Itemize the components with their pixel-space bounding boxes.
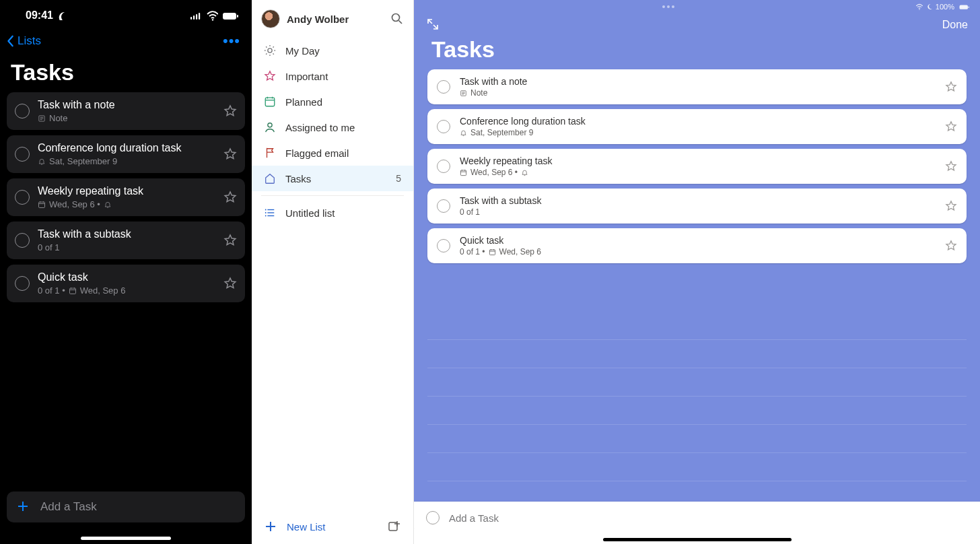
- task-circle-icon: [426, 511, 440, 524]
- star-icon[interactable]: [223, 191, 237, 204]
- drag-handle-icon[interactable]: [662, 5, 674, 8]
- sun-icon: [264, 44, 276, 57]
- sidebar-panel: Andy Wolber My Day Important Planned: [252, 0, 414, 544]
- sidebar-item-label: Untitled list: [285, 207, 335, 219]
- add-task-button[interactable]: Add a Task: [7, 491, 245, 522]
- more-icon: •••: [223, 32, 240, 50]
- task-row[interactable]: Quick task 0 of 1 • Wed, Sep 6: [427, 228, 967, 263]
- calendar-icon: [264, 96, 276, 108]
- sidebar-item-planned[interactable]: Planned: [252, 89, 413, 114]
- bell-icon: [521, 169, 528, 176]
- task-row[interactable]: Task with a note Note: [7, 92, 245, 130]
- person-icon: [264, 121, 276, 133]
- task-title: Task with a subtask: [38, 228, 215, 240]
- task-sub-text: Wed, Sep 6 •: [470, 168, 518, 177]
- task-row[interactable]: Quick task 0 of 1 • Wed, Sep 6: [7, 265, 245, 302]
- sidebar-item-label: My Day: [285, 45, 320, 57]
- plus-icon: [264, 520, 277, 533]
- task-sub-text: Sat, September 9: [49, 156, 117, 166]
- task-row[interactable]: Conference long duration task Sat, Septe…: [427, 109, 967, 144]
- back-label: Lists: [18, 34, 41, 48]
- list-icon: [264, 207, 276, 219]
- home-indicator: [603, 538, 792, 541]
- task-title: Task with a subtask: [460, 195, 936, 206]
- sidebar-item-label: Important: [285, 71, 328, 82]
- cellular-icon: [190, 11, 202, 20]
- tablet-statusbar: 100%: [414, 0, 980, 13]
- task-title: Weekly repeating task: [460, 156, 936, 166]
- complete-toggle[interactable]: [15, 147, 30, 162]
- task-row[interactable]: Task with a subtask 0 of 1: [427, 189, 967, 224]
- complete-toggle[interactable]: [437, 160, 450, 173]
- calendar-icon: [38, 201, 46, 209]
- sidebar-list-item[interactable]: Untitled list: [252, 200, 413, 226]
- user-name[interactable]: Andy Wolber: [287, 13, 384, 25]
- battery-icon: [222, 10, 240, 21]
- task-sub-text: 0 of 1 •: [460, 247, 485, 257]
- bell-icon: [104, 201, 112, 209]
- add-group-icon[interactable]: [388, 520, 401, 533]
- task-sub-text: Note: [49, 113, 67, 123]
- task-sub-text: Sat, September 9: [470, 128, 533, 137]
- task-title: Quick task: [38, 271, 215, 283]
- task-title: Quick task: [460, 235, 936, 246]
- sidebar-item-my day[interactable]: My Day: [252, 38, 413, 63]
- task-title: Conference long duration task: [38, 142, 215, 154]
- home-indicator: [81, 537, 171, 540]
- complete-toggle[interactable]: [437, 199, 450, 213]
- content-title: Tasks: [414, 34, 980, 69]
- star-icon[interactable]: [223, 277, 237, 290]
- star-icon[interactable]: [223, 234, 237, 247]
- task-row[interactable]: Task with a subtask 0 of 1: [7, 222, 245, 259]
- back-button[interactable]: Lists: [7, 34, 41, 48]
- complete-toggle[interactable]: [15, 104, 30, 118]
- task-row[interactable]: Weekly repeating task Wed, Sep 6 •: [7, 178, 245, 216]
- task-sub-text: Note: [470, 88, 487, 98]
- complete-toggle[interactable]: [15, 233, 30, 248]
- sidebar-item-flagged email[interactable]: Flagged email: [252, 140, 413, 166]
- sidebar-item-important[interactable]: Important: [252, 63, 413, 89]
- flag-icon: [264, 147, 276, 159]
- content-panel: 100% Done Tasks Task with a note Note: [414, 0, 980, 544]
- star-icon: [264, 70, 276, 82]
- sidebar-item-tasks[interactable]: Tasks 5: [252, 166, 413, 191]
- battery-icon: [957, 3, 972, 10]
- content-task-list[interactable]: Task with a note Note Conference long du…: [414, 69, 980, 502]
- sidebar-item-label: Assigned to me: [285, 122, 355, 133]
- complete-toggle[interactable]: [15, 276, 30, 291]
- phone-task-list[interactable]: Task with a note Note Conference long du…: [0, 92, 252, 491]
- complete-toggle[interactable]: [15, 190, 30, 205]
- star-icon[interactable]: [945, 121, 957, 133]
- note-icon: [38, 114, 46, 123]
- complete-toggle[interactable]: [437, 80, 450, 94]
- done-button[interactable]: Done: [942, 19, 968, 31]
- task-row[interactable]: Weekly repeating task Wed, Sep 6 •: [427, 149, 967, 184]
- star-icon[interactable]: [223, 147, 237, 161]
- search-icon[interactable]: [390, 12, 404, 26]
- sidebar-item-count: 5: [396, 173, 401, 184]
- star-icon[interactable]: [945, 160, 957, 172]
- task-title: Task with a note: [460, 76, 936, 87]
- complete-toggle[interactable]: [437, 120, 450, 133]
- star-icon[interactable]: [223, 104, 237, 118]
- task-row[interactable]: Conference long duration task Sat, Septe…: [7, 135, 245, 173]
- star-icon[interactable]: [945, 81, 957, 93]
- star-icon[interactable]: [945, 200, 957, 212]
- sidebar-item-label: Planned: [285, 96, 322, 108]
- status-battery: 100%: [936, 3, 954, 11]
- sidebar-item-label: Flagged email: [285, 147, 349, 159]
- moon-icon: [926, 3, 933, 10]
- more-button[interactable]: •••: [222, 32, 241, 50]
- complete-toggle[interactable]: [437, 239, 450, 252]
- task-title: Task with a note: [38, 99, 215, 111]
- task-sub-trail: Wed, Sep 6: [499, 247, 541, 257]
- avatar[interactable]: [261, 9, 280, 28]
- new-list-button[interactable]: New List: [287, 521, 326, 533]
- star-icon[interactable]: [945, 240, 957, 252]
- task-row[interactable]: Task with a note Note: [427, 69, 967, 104]
- sidebar-item-assigned to me[interactable]: Assigned to me: [252, 114, 413, 140]
- add-task-input[interactable]: Add a Task: [414, 502, 980, 534]
- expand-icon[interactable]: [426, 18, 441, 32]
- phone-statusbar: 09:41: [0, 0, 252, 27]
- task-sub-text: 0 of 1: [460, 207, 480, 217]
